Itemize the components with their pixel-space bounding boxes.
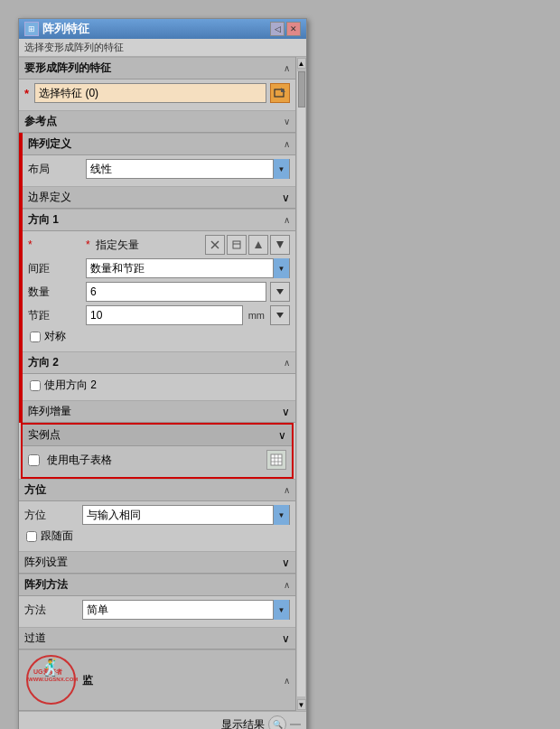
array-settings-label: 阵列设置 [24, 555, 68, 570]
main-layout: 要形成阵列的特征 ∧ * 选择特征 (0) 参考点 ∨ [19, 57, 306, 711]
watermark-container: UG爱好者 WWW.UGSNX.COM 🕺 [24, 653, 79, 707]
instance-point-section: 实例点 ∨ 使用电子表格 [21, 423, 294, 479]
orient-row: 方位 与输入相同 ▼ [24, 505, 290, 525]
count-row: 数量 6 [28, 282, 290, 302]
scroll-down[interactable]: ▼ [297, 699, 306, 710]
increment-header[interactable]: 阵列增量 ∨ [23, 400, 295, 423]
spacing-row: 间距 数量和节距 ▼ [28, 258, 290, 278]
array-define-header[interactable]: 阵列定义 ∧ [23, 133, 295, 155]
follow-face-row: 跟随面 [26, 528, 290, 544]
vector-btn-edit[interactable] [227, 235, 247, 255]
use-spreadsheet-checkbox[interactable] [28, 454, 40, 466]
path-header[interactable]: 过道 ∨ [19, 627, 295, 650]
svg-rect-10 [271, 454, 282, 465]
count-value: 6 [90, 285, 97, 298]
instance-point-header[interactable]: 实例点 ∨ [23, 425, 292, 446]
main-window: ⊞ 阵列特征 ◁ ✕ 选择变形成阵列的特征 要形成阵列的特征 ∧ * 选择特征 … [18, 18, 307, 729]
layout-arrow-btn[interactable]: ▼ [273, 159, 289, 179]
layout-select[interactable]: 线性 ▼ [86, 159, 290, 179]
instance-point-body: 使用电子表格 [23, 446, 292, 477]
scrollbar[interactable]: ▲ ▼ [295, 57, 306, 711]
array-define-body: 布局 线性 ▼ [23, 155, 295, 186]
content-area: 要形成阵列的特征 ∧ * 选择特征 (0) 参考点 ∨ [19, 57, 295, 711]
direction2-header[interactable]: 方向 2 ∧ [23, 351, 295, 374]
top-hint: 选择变形成阵列的特征 [19, 39, 306, 57]
array-settings-header[interactable]: 阵列设置 ∨ [19, 551, 295, 574]
spreadsheet-icon-btn[interactable] [266, 450, 286, 470]
orientation-body: 方位 与输入相同 ▼ 跟随面 [19, 501, 295, 551]
vector-toolbar [205, 235, 290, 255]
vector-btn-x[interactable] [205, 235, 225, 255]
use-direction2-label: 使用方向 2 [44, 378, 97, 393]
orient-select[interactable]: 与输入相同 ▼ [82, 505, 290, 525]
feature-select-input[interactable]: 选择特征 (0) [34, 83, 266, 103]
spacing-select[interactable]: 数量和节距 ▼ [86, 258, 290, 278]
show-results-icon[interactable]: 🔍 [268, 715, 286, 729]
other-label: 监 [82, 673, 93, 688]
layout-value: 线性 [87, 162, 273, 177]
use-spreadsheet-label: 使用电子表格 [47, 453, 112, 468]
minimize-button[interactable]: ◁ [270, 22, 285, 36]
method-arrow-btn[interactable]: ▼ [273, 600, 289, 620]
pitch-dropdown-btn[interactable] [270, 305, 290, 325]
orient-arrow-btn[interactable]: ▼ [273, 505, 289, 525]
count-dropdown-btn[interactable] [270, 282, 290, 302]
other-header[interactable]: UG爱好者 WWW.UGSNX.COM 🕺 监 ∧ [19, 650, 295, 711]
path-label: 过道 [24, 631, 46, 646]
method-label: 方法 [24, 603, 79, 618]
follow-face-checkbox[interactable] [26, 531, 37, 542]
direction1-header[interactable]: 方向 1 ∧ [23, 209, 295, 231]
scroll-thumb[interactable] [298, 71, 305, 107]
scroll-track [297, 71, 305, 696]
feature-select-row: * 选择特征 (0) [24, 83, 290, 103]
scroll-up[interactable]: ▲ [297, 58, 306, 69]
boundary-header[interactable]: 边界定义 ∨ [23, 186, 295, 209]
feature-select-icon-btn[interactable] [270, 83, 290, 103]
svg-marker-9 [276, 313, 284, 318]
array-define-arrow: ∧ [284, 139, 290, 149]
vector-btn-up[interactable] [248, 235, 268, 255]
count-input[interactable]: 6 [86, 282, 266, 302]
pitch-row: 节距 10 mm [28, 305, 290, 325]
reference-point-label: 参考点 [24, 114, 57, 129]
vector-text: 指定矢量 [96, 238, 201, 253]
array-method-header[interactable]: 阵列方法 ∧ [19, 574, 295, 596]
method-row: 方法 简单 ▼ [24, 600, 290, 620]
vector-btn-down[interactable] [270, 235, 290, 255]
use-direction2-checkbox[interactable] [30, 380, 41, 391]
method-value: 简单 [83, 603, 273, 618]
orientation-arrow: ∧ [284, 485, 290, 495]
instance-point-label: 实例点 [28, 427, 61, 443]
symmetric-checkbox[interactable] [30, 332, 41, 342]
follow-face-label: 跟随面 [41, 528, 73, 544]
array-define-label: 阵列定义 [28, 136, 71, 152]
direction1-body: * 指定矢量 [23, 231, 295, 351]
feature-select-header[interactable]: 要形成阵列的特征 ∧ [19, 57, 295, 79]
watermark-figure: 🕺 [41, 658, 61, 678]
show-results-label: 显示结果 [221, 717, 265, 730]
vector-row: * 指定矢量 [28, 235, 290, 255]
direction1-label: 方向 1 [28, 212, 59, 228]
svg-marker-6 [255, 241, 262, 248]
pitch-value: 10 [90, 309, 102, 322]
orient-value: 与输入相同 [83, 508, 273, 523]
spacing-arrow-btn[interactable]: ▼ [273, 258, 289, 278]
array-settings-arrow: ∨ [282, 556, 290, 569]
boundary-label: 边界定义 [28, 190, 71, 205]
array-method-body: 方法 简单 ▼ [19, 596, 295, 627]
array-define-inner: 阵列定义 ∧ 布局 线性 ▼ [23, 133, 295, 423]
instance-point-arrow: ∨ [278, 429, 286, 442]
required-star: * [24, 87, 29, 100]
reference-point-header[interactable]: 参考点 ∨ [19, 110, 295, 133]
spacing-label: 间距 [28, 261, 82, 276]
array-method-arrow: ∧ [284, 580, 290, 590]
bottom-bar: 显示结果 🔍 确定 应用 取消 [19, 711, 306, 729]
orient-label: 方位 [24, 508, 79, 523]
direction1-arrow: ∧ [284, 215, 290, 225]
orientation-header[interactable]: 方位 ∧ [19, 479, 295, 501]
svg-marker-7 [276, 241, 284, 248]
method-select[interactable]: 简单 ▼ [82, 600, 290, 620]
pitch-input[interactable]: 10 [86, 305, 243, 325]
close-button[interactable]: ✕ [286, 22, 301, 36]
title-buttons: ◁ ✕ [270, 22, 301, 36]
